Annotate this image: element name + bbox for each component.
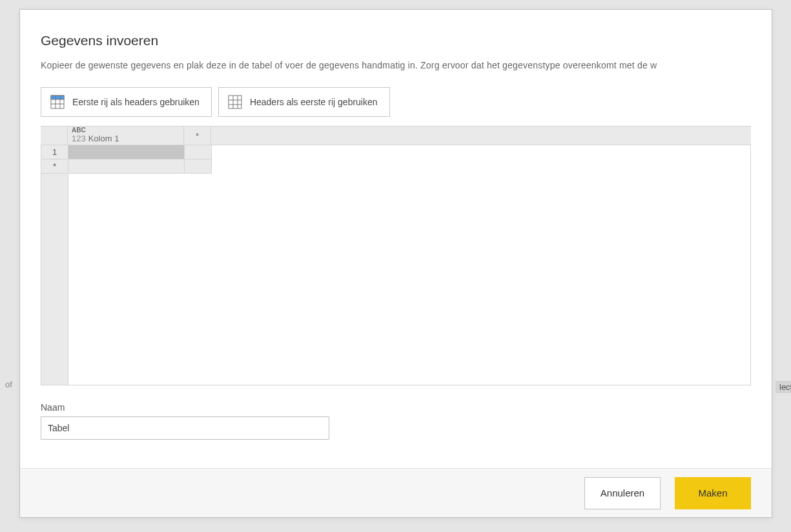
table-name-section: Naam — [41, 402, 751, 440]
table-name-label: Naam — [41, 402, 751, 413]
create-button[interactable]: Maken — [675, 477, 751, 509]
grid-empty-area — [41, 174, 750, 385]
grid-cell-gutter — [185, 145, 212, 159]
cancel-button[interactable]: Annuleren — [584, 477, 661, 509]
table-name-input[interactable] — [41, 416, 329, 440]
grid-new-row-cell[interactable] — [68, 159, 185, 174]
column-type-badge: ABC — [72, 127, 86, 134]
dialog-body: Gegevens invoeren Kopieer de gewenste ge… — [20, 10, 772, 468]
grid-header-filler — [211, 127, 751, 145]
use-first-row-as-headers-button[interactable]: Eerste rij als headers gebruiken — [41, 87, 212, 117]
dialog-title: Gegevens invoeren — [41, 33, 751, 48]
column-name: Kolom 1 — [88, 128, 119, 143]
grid-canvas-fill — [68, 174, 750, 385]
grid-column-header[interactable]: ABC 123 Kolom 1 — [68, 127, 184, 145]
dialog-description: Kopieer de gewenste gegevens en plak dez… — [41, 60, 751, 70]
use-headers-as-first-row-button[interactable]: Headers als eerste rij gebruiken — [218, 87, 390, 117]
grid-corner-cell[interactable] — [41, 127, 68, 145]
background-text-left: of — [5, 380, 12, 389]
grid-add-column[interactable]: * — [184, 127, 211, 145]
enter-data-dialog: Gegevens invoeren Kopieer de gewenste ge… — [19, 9, 772, 518]
grid-new-row: * — [41, 159, 750, 174]
button-label: Headers als eerste rij gebruiken — [250, 97, 378, 107]
grid-data-row: 1 — [41, 145, 750, 159]
grid-cell[interactable] — [68, 145, 185, 159]
table-promote-headers-icon — [50, 95, 65, 109]
grid-gutter-fill — [41, 174, 68, 385]
grid-row-number[interactable]: 1 — [41, 145, 68, 159]
button-label: Eerste rij als headers gebruiken — [72, 97, 200, 107]
table-demote-headers-icon — [228, 95, 242, 109]
header-transform-buttons: Eerste rij als headers gebruiken Headers… — [41, 87, 751, 117]
svg-rect-5 — [229, 96, 241, 108]
svg-rect-1 — [51, 96, 64, 99]
grid-header-row: ABC 123 Kolom 1 * — [41, 126, 751, 145]
grid-cell-gutter — [185, 159, 212, 174]
grid-add-row[interactable]: * — [41, 159, 68, 174]
data-entry-grid: ABC 123 Kolom 1 * 1 * — [41, 126, 751, 385]
background-text-right: lect — [776, 381, 791, 393]
dialog-footer: Annuleren Maken — [20, 468, 772, 517]
